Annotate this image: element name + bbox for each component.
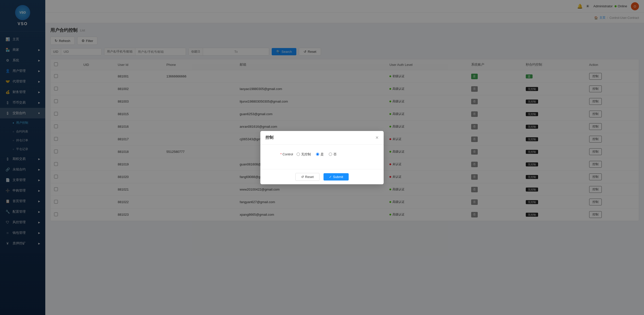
modal-submit-button[interactable]: ✓ Submit	[324, 173, 349, 181]
radio-none-input[interactable]	[297, 153, 300, 156]
modal-submit-label: Submit	[333, 175, 343, 179]
radio-no-input[interactable]	[329, 153, 332, 156]
radio-yes-label: 是	[320, 152, 324, 157]
modal-submit-icon: ✓	[329, 175, 332, 179]
radio-none-label: 无控制	[301, 152, 311, 157]
modal-body: * Control 无控制 是 否	[260, 145, 384, 169]
modal-reset-label: Reset	[305, 175, 314, 179]
modal-title: 控制	[265, 135, 273, 140]
control-radio-group: 无控制 是 否	[297, 152, 337, 157]
radio-yes-input[interactable]	[316, 153, 319, 156]
radio-no-label: 否	[333, 152, 337, 157]
modal-reset-icon: ↺	[301, 175, 304, 179]
control-modal: 控制 ✕ * Control 无控制 是	[260, 131, 384, 184]
control-label-text: Control	[283, 152, 293, 156]
control-form-label: * Control	[270, 152, 293, 156]
modal-close-button[interactable]: ✕	[375, 135, 379, 140]
modal-overlay[interactable]: 控制 ✕ * Control 无控制 是	[0, 0, 644, 315]
required-mark: *	[280, 152, 281, 156]
radio-none[interactable]: 无控制	[297, 152, 311, 157]
radio-yes[interactable]: 是	[316, 152, 324, 157]
radio-no[interactable]: 否	[329, 152, 337, 157]
modal-reset-button[interactable]: ↺ Reset	[295, 173, 319, 181]
modal-header: 控制 ✕	[260, 131, 384, 145]
control-form-row: * Control 无控制 是 否	[270, 152, 374, 157]
modal-footer: ↺ Reset ✓ Submit	[260, 169, 384, 184]
